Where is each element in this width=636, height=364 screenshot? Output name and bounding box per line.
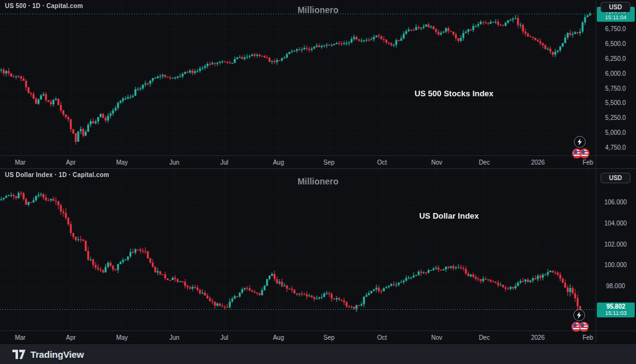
us500-bar-countdown: 15:11:04 (597, 14, 635, 20)
time-tick-label: May (116, 334, 128, 341)
price-tick-label: 98.000 (597, 283, 634, 289)
time-tick-label: Aug (273, 334, 284, 341)
dxy-candlestick-canvas[interactable] (0, 169, 595, 330)
tradingview-widget: US 500 · 1D · Capital.com Millionero US … (0, 0, 636, 364)
price-tick-label: 6,500.0 (597, 40, 634, 47)
time-tick-label: Nov (431, 159, 442, 166)
axis-separator (0, 330, 636, 331)
price-tick-label: 4,750.0 (597, 144, 634, 151)
lightning-bolt-glyph (576, 312, 582, 319)
tradingview-footer-bar: TradingView (0, 343, 636, 364)
pane-divider (0, 168, 636, 169)
capitalcom-flags-icon (572, 148, 589, 158)
time-tick-label: Feb (583, 334, 593, 341)
flag-roundel-right (579, 322, 589, 332)
capitalcom-flags-icon (571, 322, 589, 332)
dxy-last-price: 95.802 (597, 303, 635, 310)
time-tick-label: Dec (479, 334, 490, 341)
dxy-last-price-badge: 95.802 15:11:03 (597, 303, 635, 317)
price-tick-label: 5,250.0 (597, 114, 634, 121)
price-tick-label: 106.000 (597, 199, 634, 206)
price-tick-label: 104.000 (597, 220, 634, 227)
price-tick-label: 5,000.0 (597, 129, 634, 136)
time-tick-label: Jul (220, 159, 229, 166)
time-tick-label: Feb (583, 159, 593, 166)
time-tick-label: Jun (170, 159, 179, 166)
price-tick-label: 100.000 (597, 262, 634, 268)
dxy-symbol-header: US Dollar Index · 1D · Capital.com (5, 171, 109, 178)
price-tick-label: 6,250.0 (597, 55, 634, 62)
price-tick-label: 6,000.0 (597, 70, 634, 77)
tradingview-logo-icon[interactable] (12, 350, 25, 359)
time-tick-label: Apr (66, 159, 76, 166)
time-tick-label: Jul (220, 334, 229, 341)
time-tick-label: 2026 (531, 334, 545, 341)
flag-roundel-right (579, 148, 589, 158)
time-tick-label: 2026 (531, 159, 545, 166)
price-tick-label: 6,750.0 (597, 25, 634, 32)
us500-overlay-label: US 500 Stocks Index (414, 89, 493, 98)
lightning-icon[interactable] (573, 309, 585, 321)
price-scale-border (596, 0, 596, 343)
dxy-bar-countdown: 15:11:03 (597, 310, 635, 316)
time-tick-label: Apr (66, 334, 76, 341)
time-tick-label: May (116, 159, 128, 166)
dxy-currency-button[interactable]: USD (601, 173, 630, 183)
time-tick-label: Oct (377, 334, 387, 341)
axis-separator (0, 155, 636, 156)
time-tick-label: Sep (324, 159, 335, 166)
time-tick-label: Mar (15, 159, 25, 166)
time-tick-label: Jun (170, 334, 179, 341)
time-tick-label: Oct (377, 159, 387, 166)
us500-symbol-header: US 500 · 1D · Capital.com (5, 2, 83, 9)
dxy-overlay-label: US Dollar Index (419, 211, 479, 221)
tradingview-brand-link[interactable]: TradingView (30, 349, 84, 360)
price-tick-label: 102.000 (597, 241, 634, 248)
time-tick-label: Dec (479, 159, 490, 166)
lightning-icon[interactable] (574, 136, 586, 148)
price-tick-label: 5,500.0 (597, 99, 634, 106)
time-tick-label: Mar (15, 334, 25, 341)
us500-currency-button[interactable]: USD (601, 2, 630, 12)
us500-candlestick-canvas[interactable] (0, 0, 595, 155)
time-tick-label: Nov (431, 334, 442, 341)
lightning-bolt-glyph (577, 139, 583, 145)
time-tick-label: Sep (324, 334, 335, 341)
price-tick-label: 5,750.0 (597, 85, 634, 92)
time-tick-label: Aug (273, 159, 284, 166)
